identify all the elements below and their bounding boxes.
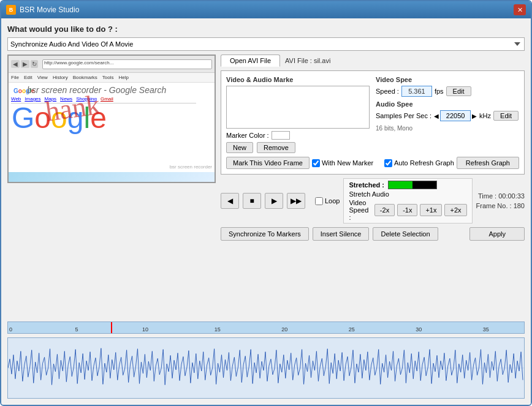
stretch-audio-panel: Stretched : Stretch Audio Video Speed : … (343, 178, 472, 224)
with-new-marker-label[interactable]: With New Marker (312, 159, 373, 167)
tick-35: 35 (483, 326, 489, 333)
mark-frame-button[interactable]: Mark This Video Frame (226, 157, 310, 169)
two-col: Video & Audio Marke Marker Color : New R… (226, 76, 519, 153)
action-buttons-row: Synchronize To Markers Insert Silence De… (221, 227, 525, 241)
title-bar: B BSR Movie Studio ✕ (1, 1, 531, 18)
main-section: ◀ ▶ ↻ http://www.google.com/search... Fi… (7, 55, 525, 318)
video-speed-input[interactable] (401, 86, 432, 97)
main-window: B BSR Movie Studio ✕ What would you like… (0, 0, 532, 406)
content-area: What would you like to do ? : Synchroniz… (1, 18, 531, 405)
apply-button[interactable]: Apply (469, 227, 525, 241)
marker-color-row: Marker Color : (226, 131, 370, 140)
khz-label: kHz (479, 112, 491, 119)
refresh-graph-button[interactable]: Refresh Graph (457, 157, 519, 169)
fps-label: fps (435, 88, 444, 95)
remove-marker-button[interactable]: Remove (257, 142, 295, 153)
transport-row: ◀ ■ ▶ ▶▶ Loop Stretched : (221, 178, 525, 224)
tick-10: 10 (142, 326, 148, 333)
with-new-marker-checkbox[interactable] (312, 159, 320, 167)
next-button[interactable]: ▶▶ (287, 193, 305, 209)
close-button[interactable]: ✕ (514, 4, 526, 15)
new-marker-button[interactable]: New (226, 142, 253, 153)
stretched-label: Stretched : (349, 181, 384, 189)
tabs-row: Open AVI File AVI File : sil.avi (221, 55, 525, 67)
task-dropdown[interactable]: Synchronize Audio And Video Of A Movie (7, 37, 525, 51)
tick-5: 5 (75, 326, 78, 333)
audio-speed-title: Audio Spee (376, 100, 519, 108)
time-info: Time : 00:00:33 Frame No. : 180 (476, 191, 525, 211)
tick-20: 20 (281, 326, 287, 333)
time-label: Time : 00:00:33 (476, 191, 525, 201)
avi-file-label: AVI File : sil.avi (281, 55, 334, 66)
marker-section-title: Video & Audio Marke (226, 76, 370, 83)
tick-0: 0 (9, 326, 12, 333)
spinner-right-btn[interactable]: ▶ (472, 113, 477, 119)
speed-section: Video Spee Speed : fps Edit Audio Spee S… (376, 76, 519, 153)
frame-label: Frame No. : 180 (476, 201, 525, 211)
right-panel: Open AVI File AVI File : sil.avi Video &… (221, 55, 525, 318)
marker-list[interactable] (226, 86, 370, 129)
tick-30: 30 (416, 326, 422, 333)
timeline-marker (111, 322, 112, 333)
delete-selection-button[interactable]: Delete Selection (373, 227, 438, 241)
audio-samples-input[interactable] (440, 110, 471, 121)
mark-frame-row: Mark This Video Frame With New Marker Au… (226, 157, 519, 169)
insert-silence-button[interactable]: Insert Silence (313, 227, 370, 241)
timeline[interactable]: 0 5 10 15 20 25 30 35 (7, 321, 525, 334)
auto-refresh-checkbox[interactable] (384, 159, 392, 167)
waveform-svg (8, 338, 524, 398)
speed-label: Speed : (376, 88, 399, 95)
speed-plus-2x-button[interactable]: +2x (444, 204, 466, 216)
bits-label: 16 bits, Mono (376, 125, 519, 132)
audio-speed-row: Samples Per Sec : ◀ ▶ kHz Edit (376, 110, 519, 121)
tick-15: 15 (215, 326, 221, 333)
prev-button[interactable]: ◀ (221, 193, 239, 209)
stop-button[interactable]: ■ (243, 193, 261, 209)
speed-minus-1x-button[interactable]: -1x (397, 204, 417, 216)
speed-minus-2x-button[interactable]: -2x (374, 204, 395, 216)
auto-refresh-label[interactable]: Auto Refresh Graph (384, 159, 454, 167)
waveform (7, 337, 525, 399)
video-speed-title: Video Spee (376, 76, 519, 83)
panel-box: Video & Audio Marke Marker Color : New R… (221, 70, 525, 175)
tick-25: 25 (349, 326, 355, 333)
video-speed-label: Video Speed : (349, 199, 371, 221)
open-avi-tab[interactable]: Open AVI File (221, 55, 280, 67)
play-button[interactable]: ▶ (265, 193, 283, 209)
video-preview: ◀ ▶ ↻ http://www.google.com/search... Fi… (7, 55, 216, 183)
window-title: BSR Movie Studio (20, 6, 514, 14)
video-speed-row: Speed : fps Edit (376, 86, 519, 97)
app-icon: B (6, 5, 16, 15)
question-label: What would you like to do ? : (7, 24, 525, 34)
spinner-row: ◀ ▶ (434, 110, 477, 121)
audio-speed-edit-button[interactable]: Edit (493, 111, 519, 121)
sync-to-markers-button[interactable]: Synchronize To Markers (221, 227, 309, 241)
spinner-left-btn[interactable]: ◀ (434, 113, 439, 119)
video-speed-edit-button[interactable]: Edit (446, 86, 471, 96)
loop-checkbox[interactable] (315, 197, 323, 205)
marker-color-box[interactable] (272, 131, 290, 140)
speed-plus-1x-button[interactable]: +1x (420, 204, 442, 216)
marker-color-label: Marker Color : (226, 132, 269, 139)
marker-section: Video & Audio Marke Marker Color : New R… (226, 76, 370, 153)
samples-label: Samples Per Sec : (376, 112, 431, 119)
loop-label[interactable]: Loop (315, 197, 340, 205)
stretch-audio-label: Stretch Audio (349, 190, 389, 198)
dropdown-row: Synchronize Audio And Video Of A Movie (7, 37, 525, 51)
